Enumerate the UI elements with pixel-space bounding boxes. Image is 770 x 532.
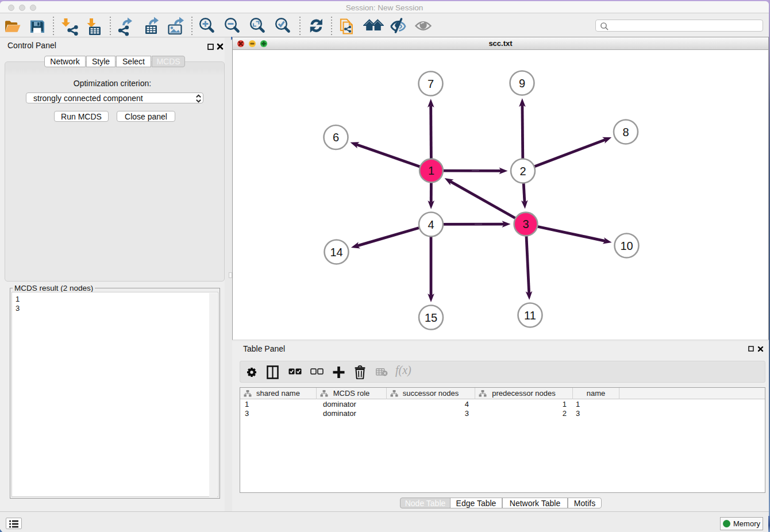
svg-text:15: 15 bbox=[425, 311, 437, 324]
svg-text:3: 3 bbox=[522, 218, 529, 230]
svg-text:11: 11 bbox=[524, 309, 536, 322]
svg-text:8: 8 bbox=[622, 126, 629, 138]
svg-text:2: 2 bbox=[519, 165, 526, 178]
svg-text:6: 6 bbox=[333, 131, 339, 144]
svg-text:4: 4 bbox=[428, 218, 434, 231]
svg-text:10: 10 bbox=[620, 240, 633, 252]
svg-text:14: 14 bbox=[330, 246, 342, 259]
svg-text:9: 9 bbox=[519, 77, 525, 90]
svg-text:7: 7 bbox=[428, 78, 434, 90]
svg-text:1: 1 bbox=[428, 164, 434, 177]
